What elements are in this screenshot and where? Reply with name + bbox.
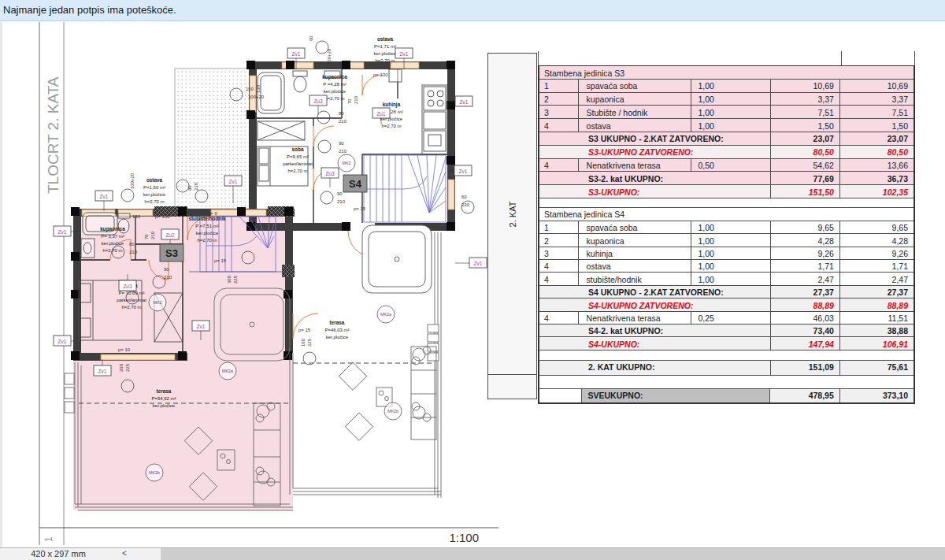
col-reduced: 4,28 xyxy=(840,234,914,246)
scroll-left-arrow[interactable]: < xyxy=(118,548,131,560)
floor-plan: TLOCRT 2. KATA11:100ostavaP=1,71 m²ker.p… xyxy=(0,0,520,560)
col-index: 1 xyxy=(539,80,579,92)
spacer xyxy=(539,350,914,360)
section-header: Stambena jedinica S3 xyxy=(539,66,914,79)
col-area: 4,28 xyxy=(771,234,840,246)
room-label: kupaonica xyxy=(322,74,347,80)
col-factor: 0,50 xyxy=(691,159,770,172)
element-tag: Zv1 xyxy=(459,169,468,174)
room-label: ker.pločice xyxy=(374,51,397,56)
dimension-text: 100 xyxy=(246,87,254,91)
col-name: Stubište / hodnik xyxy=(579,106,692,118)
total-reduced: 27,37 xyxy=(840,286,914,298)
col-name: kupaonica xyxy=(579,234,692,246)
room-label: h=2,70 m xyxy=(324,96,344,101)
table-top-line xyxy=(914,51,915,65)
col-factor: 1,00 xyxy=(691,247,770,259)
col-index: 4 xyxy=(539,119,579,132)
col-area: 9,26 xyxy=(771,247,840,259)
pdf-page: TLOCRT 2. KATA11:100ostavaP=1,71 m²ker.p… xyxy=(0,0,945,560)
dimension-text: 90 xyxy=(164,267,169,272)
room-label: P= 3,37 m² xyxy=(101,234,124,239)
dimension-text: 80 xyxy=(339,111,344,116)
table-side-band: 2. KAT xyxy=(487,53,537,399)
total-area: 27,37 xyxy=(771,286,840,298)
dimension-text: 210 xyxy=(339,149,347,154)
total-reduced: 106,91 xyxy=(840,337,914,349)
element-tag: Zu3 xyxy=(123,284,132,289)
table-row: S4-UKUPNO ZATVORENO:88,8988,89 xyxy=(539,299,914,311)
dimension-text: 70 xyxy=(144,234,149,239)
element-tag: Zv1 xyxy=(460,99,469,105)
grand-area: 478,95 xyxy=(770,389,839,402)
total-reduced: 88,89 xyxy=(840,299,914,310)
total-label: S4-2. kat UKUPNO: xyxy=(539,325,771,336)
total-area: 23,07 xyxy=(771,132,840,145)
total-reduced: 75,61 xyxy=(840,361,914,376)
room-label: P =4,28 m² xyxy=(323,82,346,87)
total-label: S3-UKUPNO: xyxy=(539,185,771,198)
col-factor: 1,00 xyxy=(691,80,770,92)
unit-label: S4 xyxy=(349,178,362,190)
col-reduced: 11,51 xyxy=(840,312,914,324)
sheet-page-number: 1 xyxy=(43,536,54,542)
table-row: S4-UKUPNO:147,94106,91 xyxy=(539,337,914,350)
element-tag: Zv1 xyxy=(400,51,409,57)
terrace-shelf xyxy=(428,325,439,361)
table-row xyxy=(539,376,914,389)
section-header: Stambena jedinica S4 xyxy=(539,208,914,221)
dimension-text: p= 15 xyxy=(354,206,366,211)
signature-warning-banner: Najmanje jedan potpis ima poteškoće. xyxy=(0,0,945,21)
table-row: S4 UKUPNO - 2.KAT ZATVORENO:27,3727,37 xyxy=(539,286,914,299)
col-area: 9,65 xyxy=(771,221,840,233)
planter-boxes xyxy=(65,373,74,413)
room-label: P=46,03 m² xyxy=(324,328,349,332)
col-factor: 1,00 xyxy=(691,221,770,233)
col-area: 7,51 xyxy=(771,106,840,118)
room-label: stubište/hodnik xyxy=(188,216,226,221)
room-label: P=1,50 m² xyxy=(143,185,165,190)
table-row: 3kuhinja1,009,269,26 xyxy=(539,247,914,260)
total-area: 73,40 xyxy=(771,325,840,336)
total-label: 2. KAT UKUPNO: xyxy=(539,361,771,376)
element-tag: Zv1 xyxy=(98,369,107,374)
col-index: 2 xyxy=(539,93,579,106)
room-label: parket/laminat xyxy=(283,161,313,166)
table-row xyxy=(539,350,914,361)
room-label: parket/laminat xyxy=(117,298,146,302)
dimension-text: 210 xyxy=(339,119,347,124)
dimension-text: 225 xyxy=(125,363,130,372)
room-label: ker.pločice xyxy=(153,403,176,408)
table-row: 2. KAT UKUPNO:151,0975,61 xyxy=(539,361,914,376)
dimension-text: p= 10 xyxy=(118,347,131,352)
col-name: stubište/hodnik xyxy=(579,273,692,284)
horizontal-scrollbar[interactable] xyxy=(161,548,945,560)
table-row: 4ostava1,001,501,50 xyxy=(539,119,914,132)
total-area: 151,50 xyxy=(771,185,840,198)
col-factor: 1,00 xyxy=(691,106,770,118)
s4-terrace-tub xyxy=(362,225,432,293)
table-row: SVEUKUPNO:478,95373,10 xyxy=(539,389,914,402)
unit-label: S3 xyxy=(165,247,178,259)
room-label: kuhinja xyxy=(383,102,401,108)
element-tag: Zv1 xyxy=(474,261,483,266)
dimension-text: 100+20 xyxy=(248,95,265,99)
element-tag: Zu3 xyxy=(325,171,335,176)
col-name: kuhinja xyxy=(579,247,692,259)
col-reduced: 3,37 xyxy=(840,93,914,106)
table-row: S3-UKUPNO ZATVORENO:80,5080,50 xyxy=(539,146,914,159)
table-row: Stambena jedinica S3 xyxy=(539,66,914,80)
col-reduced: 7,51 xyxy=(840,106,914,118)
total-label: S4-UKUPNO ZATVORENO: xyxy=(539,299,771,310)
status-bar: 420 x 297 mm < xyxy=(0,547,945,560)
col-name: kupaonica xyxy=(579,93,692,106)
room-label: ostava xyxy=(146,177,163,183)
col-reduced: 1,71 xyxy=(840,260,914,272)
col-index: 2 xyxy=(539,234,579,246)
mk-marker: MK2b xyxy=(387,409,398,414)
room-label: P =7,51 m² xyxy=(195,224,218,228)
side-band-cell: 2. KAT xyxy=(488,54,536,375)
dimension-text: 230 xyxy=(461,202,470,207)
room-label: P=54,62 m² xyxy=(151,396,176,401)
table-top-line xyxy=(841,51,842,65)
